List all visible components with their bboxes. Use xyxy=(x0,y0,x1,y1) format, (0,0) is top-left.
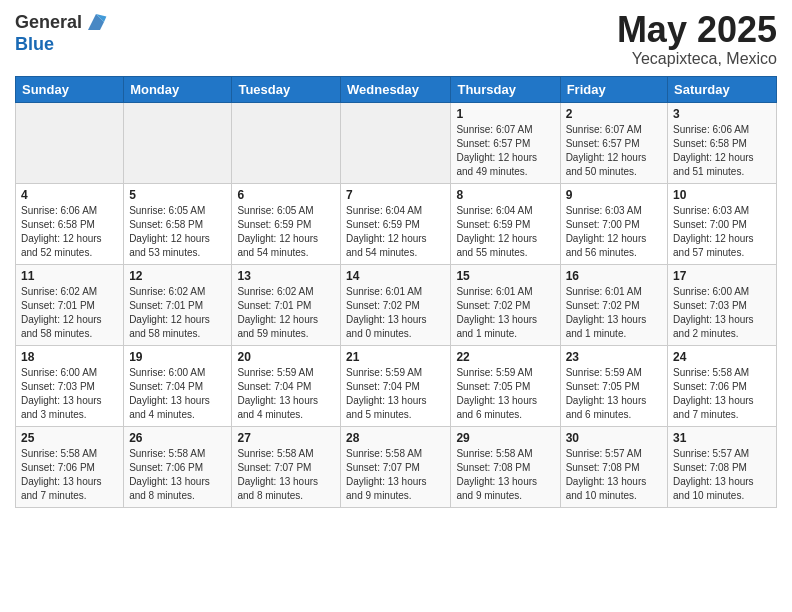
day-info: Sunrise: 5:59 AM Sunset: 7:05 PM Dayligh… xyxy=(456,366,554,422)
calendar-week-4: 18Sunrise: 6:00 AM Sunset: 7:03 PM Dayli… xyxy=(16,345,777,426)
logo: General Blue xyxy=(15,10,108,55)
calendar-cell: 19Sunrise: 6:00 AM Sunset: 7:04 PM Dayli… xyxy=(124,345,232,426)
day-number: 28 xyxy=(346,431,445,445)
day-number: 29 xyxy=(456,431,554,445)
day-number: 24 xyxy=(673,350,771,364)
weekday-header-tuesday: Tuesday xyxy=(232,76,341,102)
calendar-cell: 23Sunrise: 5:59 AM Sunset: 7:05 PM Dayli… xyxy=(560,345,667,426)
calendar-cell: 10Sunrise: 6:03 AM Sunset: 7:00 PM Dayli… xyxy=(668,183,777,264)
calendar-cell: 5Sunrise: 6:05 AM Sunset: 6:58 PM Daylig… xyxy=(124,183,232,264)
calendar-week-3: 11Sunrise: 6:02 AM Sunset: 7:01 PM Dayli… xyxy=(16,264,777,345)
day-number: 22 xyxy=(456,350,554,364)
calendar-cell: 22Sunrise: 5:59 AM Sunset: 7:05 PM Dayli… xyxy=(451,345,560,426)
calendar-cell: 28Sunrise: 5:58 AM Sunset: 7:07 PM Dayli… xyxy=(341,426,451,507)
day-number: 27 xyxy=(237,431,335,445)
day-info: Sunrise: 6:07 AM Sunset: 6:57 PM Dayligh… xyxy=(566,123,662,179)
calendar-cell: 4Sunrise: 6:06 AM Sunset: 6:58 PM Daylig… xyxy=(16,183,124,264)
calendar-cell: 30Sunrise: 5:57 AM Sunset: 7:08 PM Dayli… xyxy=(560,426,667,507)
day-info: Sunrise: 5:58 AM Sunset: 7:06 PM Dayligh… xyxy=(129,447,226,503)
day-number: 18 xyxy=(21,350,118,364)
day-number: 13 xyxy=(237,269,335,283)
day-number: 5 xyxy=(129,188,226,202)
day-number: 21 xyxy=(346,350,445,364)
day-info: Sunrise: 5:59 AM Sunset: 7:04 PM Dayligh… xyxy=(346,366,445,422)
day-info: Sunrise: 6:01 AM Sunset: 7:02 PM Dayligh… xyxy=(566,285,662,341)
day-number: 1 xyxy=(456,107,554,121)
day-info: Sunrise: 6:01 AM Sunset: 7:02 PM Dayligh… xyxy=(456,285,554,341)
calendar-cell: 2Sunrise: 6:07 AM Sunset: 6:57 PM Daylig… xyxy=(560,102,667,183)
day-number: 17 xyxy=(673,269,771,283)
calendar-week-5: 25Sunrise: 5:58 AM Sunset: 7:06 PM Dayli… xyxy=(16,426,777,507)
day-number: 2 xyxy=(566,107,662,121)
day-number: 12 xyxy=(129,269,226,283)
calendar-cell: 27Sunrise: 5:58 AM Sunset: 7:07 PM Dayli… xyxy=(232,426,341,507)
logo-general-text: General xyxy=(15,10,108,34)
weekday-header-friday: Friday xyxy=(560,76,667,102)
day-info: Sunrise: 6:02 AM Sunset: 7:01 PM Dayligh… xyxy=(237,285,335,341)
day-number: 3 xyxy=(673,107,771,121)
day-info: Sunrise: 6:02 AM Sunset: 7:01 PM Dayligh… xyxy=(129,285,226,341)
calendar-cell xyxy=(124,102,232,183)
weekday-header-sunday: Sunday xyxy=(16,76,124,102)
calendar-cell: 13Sunrise: 6:02 AM Sunset: 7:01 PM Dayli… xyxy=(232,264,341,345)
day-info: Sunrise: 5:57 AM Sunset: 7:08 PM Dayligh… xyxy=(673,447,771,503)
day-info: Sunrise: 6:00 AM Sunset: 7:03 PM Dayligh… xyxy=(21,366,118,422)
day-number: 16 xyxy=(566,269,662,283)
day-number: 26 xyxy=(129,431,226,445)
calendar-cell: 20Sunrise: 5:59 AM Sunset: 7:04 PM Dayli… xyxy=(232,345,341,426)
calendar-cell: 26Sunrise: 5:58 AM Sunset: 7:06 PM Dayli… xyxy=(124,426,232,507)
day-number: 23 xyxy=(566,350,662,364)
day-number: 9 xyxy=(566,188,662,202)
day-info: Sunrise: 5:57 AM Sunset: 7:08 PM Dayligh… xyxy=(566,447,662,503)
day-number: 15 xyxy=(456,269,554,283)
day-info: Sunrise: 6:01 AM Sunset: 7:02 PM Dayligh… xyxy=(346,285,445,341)
calendar-cell: 7Sunrise: 6:04 AM Sunset: 6:59 PM Daylig… xyxy=(341,183,451,264)
day-info: Sunrise: 6:03 AM Sunset: 7:00 PM Dayligh… xyxy=(566,204,662,260)
day-info: Sunrise: 5:59 AM Sunset: 7:05 PM Dayligh… xyxy=(566,366,662,422)
day-info: Sunrise: 6:06 AM Sunset: 6:58 PM Dayligh… xyxy=(673,123,771,179)
calendar-cell: 14Sunrise: 6:01 AM Sunset: 7:02 PM Dayli… xyxy=(341,264,451,345)
calendar-cell: 17Sunrise: 6:00 AM Sunset: 7:03 PM Dayli… xyxy=(668,264,777,345)
calendar-cell: 8Sunrise: 6:04 AM Sunset: 6:59 PM Daylig… xyxy=(451,183,560,264)
day-info: Sunrise: 5:58 AM Sunset: 7:06 PM Dayligh… xyxy=(21,447,118,503)
day-number: 11 xyxy=(21,269,118,283)
day-info: Sunrise: 5:58 AM Sunset: 7:07 PM Dayligh… xyxy=(237,447,335,503)
day-info: Sunrise: 6:00 AM Sunset: 7:03 PM Dayligh… xyxy=(673,285,771,341)
day-number: 20 xyxy=(237,350,335,364)
day-info: Sunrise: 6:04 AM Sunset: 6:59 PM Dayligh… xyxy=(346,204,445,260)
weekday-header-saturday: Saturday xyxy=(668,76,777,102)
day-info: Sunrise: 6:04 AM Sunset: 6:59 PM Dayligh… xyxy=(456,204,554,260)
calendar-cell: 6Sunrise: 6:05 AM Sunset: 6:59 PM Daylig… xyxy=(232,183,341,264)
calendar-cell: 29Sunrise: 5:58 AM Sunset: 7:08 PM Dayli… xyxy=(451,426,560,507)
day-number: 4 xyxy=(21,188,118,202)
day-number: 14 xyxy=(346,269,445,283)
day-number: 8 xyxy=(456,188,554,202)
calendar-cell: 9Sunrise: 6:03 AM Sunset: 7:00 PM Daylig… xyxy=(560,183,667,264)
day-info: Sunrise: 6:02 AM Sunset: 7:01 PM Dayligh… xyxy=(21,285,118,341)
calendar-cell: 3Sunrise: 6:06 AM Sunset: 6:58 PM Daylig… xyxy=(668,102,777,183)
calendar-cell xyxy=(16,102,124,183)
day-number: 30 xyxy=(566,431,662,445)
calendar-cell: 18Sunrise: 6:00 AM Sunset: 7:03 PM Dayli… xyxy=(16,345,124,426)
weekday-header-row: SundayMondayTuesdayWednesdayThursdayFrid… xyxy=(16,76,777,102)
calendar-cell: 11Sunrise: 6:02 AM Sunset: 7:01 PM Dayli… xyxy=(16,264,124,345)
day-info: Sunrise: 6:03 AM Sunset: 7:00 PM Dayligh… xyxy=(673,204,771,260)
day-info: Sunrise: 6:00 AM Sunset: 7:04 PM Dayligh… xyxy=(129,366,226,422)
location: Yecapixteca, Mexico xyxy=(617,50,777,68)
weekday-header-monday: Monday xyxy=(124,76,232,102)
calendar-table: SundayMondayTuesdayWednesdayThursdayFrid… xyxy=(15,76,777,508)
calendar-cell: 12Sunrise: 6:02 AM Sunset: 7:01 PM Dayli… xyxy=(124,264,232,345)
calendar-cell: 24Sunrise: 5:58 AM Sunset: 7:06 PM Dayli… xyxy=(668,345,777,426)
day-info: Sunrise: 6:06 AM Sunset: 6:58 PM Dayligh… xyxy=(21,204,118,260)
logo-text-block: General Blue xyxy=(15,10,108,55)
calendar-cell: 16Sunrise: 6:01 AM Sunset: 7:02 PM Dayli… xyxy=(560,264,667,345)
calendar-cell: 21Sunrise: 5:59 AM Sunset: 7:04 PM Dayli… xyxy=(341,345,451,426)
weekday-header-wednesday: Wednesday xyxy=(341,76,451,102)
day-number: 19 xyxy=(129,350,226,364)
logo-icon xyxy=(84,10,108,34)
month-title: May 2025 xyxy=(617,10,777,50)
calendar-cell xyxy=(341,102,451,183)
day-info: Sunrise: 6:07 AM Sunset: 6:57 PM Dayligh… xyxy=(456,123,554,179)
calendar-cell: 1Sunrise: 6:07 AM Sunset: 6:57 PM Daylig… xyxy=(451,102,560,183)
day-info: Sunrise: 5:59 AM Sunset: 7:04 PM Dayligh… xyxy=(237,366,335,422)
